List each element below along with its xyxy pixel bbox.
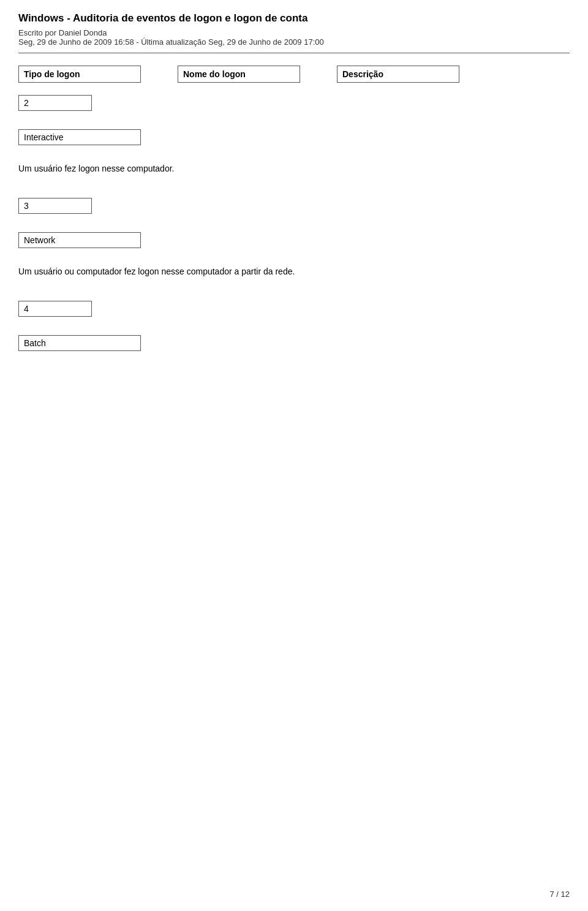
entry-number-3: 3 — [18, 198, 92, 214]
entry-row-4: 4 Batch — [18, 301, 570, 360]
col-tipo-de-logon: Tipo de logon — [18, 66, 141, 83]
page-number: 7 / 12 — [549, 890, 570, 899]
entry-number-4: 4 — [18, 301, 92, 317]
col-descricao: Descrição — [337, 66, 459, 83]
page-header: Windows - Auditoria de eventos de logon … — [18, 12, 570, 47]
date-label: Seg, 29 de Junho de 2009 16:58 - Última … — [18, 37, 570, 47]
entry-description-2: Um usuário fez logon nesse computador. — [18, 164, 570, 173]
entry-description-3: Um usuário ou computador fez logon nesse… — [18, 266, 570, 276]
col-nome-do-logon: Nome do logon — [178, 66, 300, 83]
header-divider — [18, 53, 570, 53]
entry-type-interactive: Interactive — [18, 129, 141, 145]
page-footer: 7 / 12 — [18, 890, 570, 899]
entry-type-network: Network — [18, 232, 141, 248]
entry-number-2: 2 — [18, 95, 92, 111]
entry-type-batch: Batch — [18, 335, 141, 351]
entry-row-3: 3 Network Um usuário ou computador fez l… — [18, 198, 570, 276]
table-column-headers: Tipo de logon Nome do logon Descrição — [18, 66, 570, 83]
entry-row-2: 2 Interactive Um usuário fez logon nesse… — [18, 95, 570, 173]
author-label: Escrito por Daniel Donda — [18, 28, 570, 37]
page-title: Windows - Auditoria de eventos de logon … — [18, 12, 570, 25]
